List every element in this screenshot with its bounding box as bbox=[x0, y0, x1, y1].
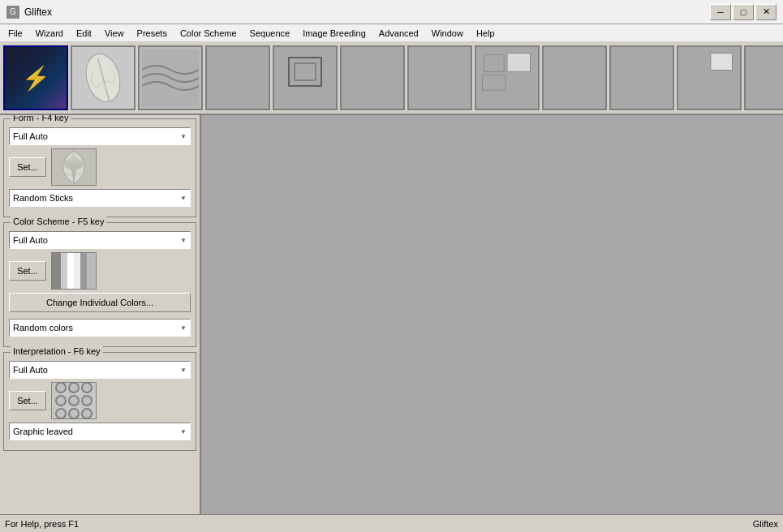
menu-bar: File Wizard Edit View Presets Color Sche… bbox=[0, 24, 783, 42]
circle-4 bbox=[55, 395, 67, 406]
menu-edit[interactable]: Edit bbox=[70, 24, 98, 41]
change-colors-button[interactable]: Change Individual Colors... bbox=[9, 293, 191, 312]
toolbar-thumb-0[interactable] bbox=[3, 45, 68, 110]
toolbar-thumb-9[interactable] bbox=[609, 45, 674, 110]
left-panel: Form - F4 key Full Auto ▼ Set... bbox=[0, 115, 201, 514]
color-auto-arrow: ▼ bbox=[180, 237, 187, 244]
form-group: Form - F4 key Full Auto ▼ Set... bbox=[3, 118, 196, 217]
form-auto-row: Full Auto ▼ bbox=[9, 127, 191, 145]
menu-advanced[interactable]: Advanced bbox=[372, 24, 425, 41]
title-left: G Gliftex bbox=[6, 6, 52, 19]
circle-6 bbox=[81, 395, 92, 406]
window-title: Gliftex bbox=[24, 6, 52, 18]
form-auto-value: Full Auto bbox=[13, 131, 48, 141]
status-bar: For Help, press F1 Gliftex bbox=[0, 514, 783, 532]
menu-window[interactable]: Window bbox=[425, 24, 470, 41]
form-type-row: Random Sticks ▼ bbox=[9, 189, 191, 207]
form-type-value: Random Sticks bbox=[13, 193, 73, 203]
color-type-value: Random colors bbox=[13, 323, 73, 332]
interp-group-content: Full Auto ▼ Set... bbox=[9, 361, 191, 440]
circles-grid bbox=[52, 382, 96, 419]
main-area: Form - F4 key Full Auto ▼ Set... bbox=[0, 115, 783, 514]
interp-type-dropdown[interactable]: Graphic leaved ▼ bbox=[9, 423, 191, 440]
interp-type-row: Graphic leaved ▼ bbox=[9, 423, 191, 440]
form-auto-dropdown[interactable]: Full Auto ▼ bbox=[9, 127, 191, 145]
color-type-dropdown[interactable]: Random colors ▼ bbox=[9, 319, 191, 337]
close-button[interactable]: ✕ bbox=[755, 4, 777, 20]
color-auto-row: Full Auto ▼ bbox=[9, 231, 191, 249]
menu-image-breeding[interactable]: Image Breeding bbox=[296, 24, 372, 41]
menu-help[interactable]: Help bbox=[470, 24, 501, 41]
interp-type-value: Graphic leaved bbox=[13, 427, 73, 436]
toolbar-thumb-10[interactable] bbox=[677, 45, 742, 110]
interp-auto-arrow: ▼ bbox=[180, 367, 187, 374]
menu-color-scheme[interactable]: Color Scheme bbox=[174, 24, 243, 41]
interp-auto-value: Full Auto bbox=[13, 365, 48, 375]
toolbar-thumb-7[interactable] bbox=[475, 45, 540, 110]
color-preview-thumb bbox=[51, 252, 97, 290]
form-type-arrow: ▼ bbox=[180, 195, 187, 202]
color-scheme-group: Color Scheme - F5 key Full Auto ▼ Set...… bbox=[3, 222, 196, 347]
toolbar-thumb-6[interactable] bbox=[407, 45, 472, 110]
form-auto-arrow: ▼ bbox=[180, 133, 187, 140]
form-group-content: Full Auto ▼ Set... bbox=[9, 127, 191, 207]
form-group-title: Form - F4 key bbox=[11, 115, 71, 122]
menu-wizard[interactable]: Wizard bbox=[29, 24, 70, 41]
color-group-content: Full Auto ▼ Set... Change Individual Col… bbox=[9, 231, 191, 337]
toolbar bbox=[0, 42, 783, 115]
svg-rect-8 bbox=[507, 54, 531, 72]
interpretation-title: Interpretation - F6 key bbox=[11, 346, 103, 356]
color-auto-dropdown[interactable]: Full Auto ▼ bbox=[9, 231, 191, 249]
menu-presets[interactable]: Presets bbox=[131, 24, 174, 41]
color-scheme-title: Color Scheme - F5 key bbox=[11, 217, 106, 226]
circle-2 bbox=[68, 382, 80, 393]
interp-auto-dropdown[interactable]: Full Auto ▼ bbox=[9, 361, 191, 379]
color-set-button[interactable]: Set... bbox=[9, 261, 46, 281]
status-help-text: For Help, press F1 bbox=[5, 519, 79, 529]
interp-set-button[interactable]: Set... bbox=[9, 391, 46, 410]
interp-auto-row: Full Auto ▼ bbox=[9, 361, 191, 379]
color-type-arrow: ▼ bbox=[180, 324, 187, 332]
menu-view[interactable]: View bbox=[98, 24, 131, 41]
form-preview-thumb bbox=[51, 148, 97, 186]
menu-file[interactable]: File bbox=[2, 24, 29, 41]
interp-set-row: Set... bbox=[9, 382, 191, 419]
change-colors-row: Change Individual Colors... bbox=[9, 293, 191, 315]
circle-8 bbox=[68, 408, 80, 419]
circle-1 bbox=[55, 382, 67, 393]
color-auto-value: Full Auto bbox=[13, 235, 48, 245]
color-set-row: Set... bbox=[9, 252, 191, 290]
interp-type-arrow: ▼ bbox=[180, 428, 187, 435]
maximize-button[interactable]: □ bbox=[733, 4, 754, 20]
toolbar-thumb-8[interactable] bbox=[542, 45, 607, 110]
circle-7 bbox=[55, 408, 67, 419]
toolbar-thumb-3[interactable] bbox=[205, 45, 270, 110]
window-controls: ─ □ ✕ bbox=[710, 4, 777, 20]
form-type-dropdown[interactable]: Random Sticks ▼ bbox=[9, 189, 191, 207]
circle-9 bbox=[81, 408, 92, 419]
toolbar-thumb-1[interactable] bbox=[71, 45, 136, 110]
svg-rect-13 bbox=[52, 149, 96, 185]
toolbar-thumb-2[interactable] bbox=[138, 45, 203, 110]
title-bar: G Gliftex ─ □ ✕ bbox=[0, 0, 783, 24]
app-icon: G bbox=[6, 6, 19, 19]
form-set-row: Set... bbox=[9, 148, 191, 186]
interpretation-group: Interpretation - F6 key Full Auto ▼ Set.… bbox=[3, 352, 196, 451]
toolbar-thumb-11[interactable] bbox=[744, 45, 783, 110]
interp-preview-thumb bbox=[51, 382, 97, 419]
form-set-button[interactable]: Set... bbox=[9, 157, 46, 177]
toolbar-thumb-5[interactable] bbox=[340, 45, 405, 110]
circle-3 bbox=[81, 382, 92, 393]
minimize-button[interactable]: ─ bbox=[710, 4, 731, 20]
svg-rect-12 bbox=[711, 54, 733, 71]
circle-5 bbox=[68, 395, 80, 406]
status-app-name: Gliftex bbox=[753, 519, 778, 529]
menu-sequence[interactable]: Sequence bbox=[243, 24, 297, 41]
canvas-area bbox=[201, 115, 783, 514]
color-type-row: Random colors ▼ bbox=[9, 319, 191, 337]
toolbar-thumb-4[interactable] bbox=[273, 45, 338, 110]
